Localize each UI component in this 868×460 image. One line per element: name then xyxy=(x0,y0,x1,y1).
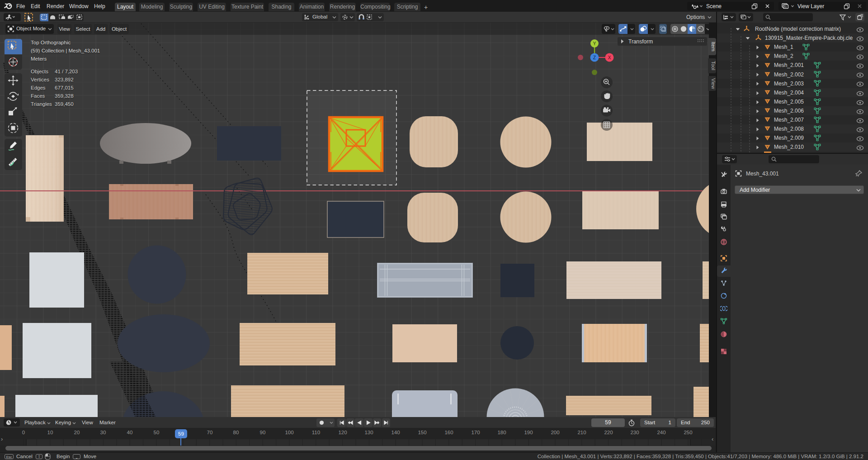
svg-text:Z: Z xyxy=(593,55,596,60)
svg-text:X: X xyxy=(608,55,611,60)
svg-text:Y: Y xyxy=(593,41,596,46)
svg-text:Transform: Transform xyxy=(628,38,653,45)
